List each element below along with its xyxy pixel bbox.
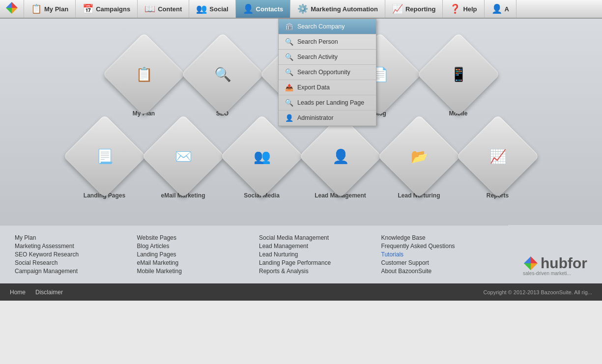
my-plan-icon: 📋 — [135, 66, 152, 82]
footer-link-blog-articles[interactable]: Blog Articles — [137, 243, 250, 250]
footer-link-lead-management[interactable]: Lead Management — [259, 243, 372, 250]
diamond-lead-management[interactable]: 👤 Lead Management — [306, 127, 375, 199]
my-plan-icon: 📋 — [31, 3, 42, 14]
diamond-social-media[interactable]: 👥 Social Media — [228, 127, 296, 199]
dropdown-item-search-opportunity[interactable]: 🔍Search Opportunity — [279, 65, 376, 80]
nav-item-campaigns[interactable]: 📅Campaigns — [76, 0, 138, 18]
svg-marker-2 — [12, 8, 18, 14]
diamond-shape-lead-management: 👤 — [299, 114, 382, 198]
nav-label-my-plan: My Plan — [44, 5, 68, 13]
dropdown-item-export-data[interactable]: 📤Export Data — [279, 80, 376, 95]
footer-link-mobile-marketing[interactable]: Mobile Marketing — [137, 268, 250, 275]
footer-link-lead-nurturing[interactable]: Lead Nurturing — [259, 251, 372, 258]
brand-logo-area: hubfor sales-driven marketi... — [508, 225, 602, 283]
footer-link-tutorials[interactable]: Tutorials — [381, 251, 494, 258]
reporting-icon: 📈 — [392, 3, 403, 14]
footer-link-social-media-management[interactable]: Social Media Management — [259, 234, 372, 241]
footer-link-knowledge-base[interactable]: Knowledge Base — [381, 234, 494, 241]
footer-link-email-marketing[interactable]: eMail Marketing — [137, 259, 250, 266]
diamond-shape-landing-pages: 📃 — [63, 114, 146, 198]
leads-landing-page-icon: 🔍 — [285, 99, 293, 107]
footer-link-reports-&-analysis[interactable]: Reports & Analysis — [259, 268, 372, 275]
nav-item-help[interactable]: ❓Help — [443, 0, 484, 18]
bottom-link-disclaimer[interactable]: Disclaimer — [35, 289, 63, 296]
search-company-icon: 🏛️ — [285, 23, 293, 30]
copyright: Copyright © 2012-2013 BazoonSuite. All r… — [483, 289, 592, 295]
diamond-email-marketing[interactable]: ✉️ eMail Marketing — [149, 127, 218, 199]
svg-marker-6 — [531, 256, 538, 263]
diamond-shape-lead-nurturing: 📂 — [377, 114, 461, 198]
diamond-reports[interactable]: 📈 Reports — [463, 127, 532, 199]
footer-links: My PlanMarketing AssessmentSEO Keyword R… — [0, 225, 508, 283]
footer-link-website-pages[interactable]: Website Pages — [137, 234, 250, 241]
nav-label-contacts: Contacts — [256, 5, 284, 13]
footer-link-marketing-assessment[interactable]: Marketing Assessment — [15, 243, 127, 250]
svg-marker-1 — [12, 2, 18, 8]
footer-link-landing-page-performance[interactable]: Landing Page Performance — [259, 259, 372, 266]
diamond-shape-social-media: 👥 — [220, 114, 304, 198]
diamond-shape-seo: 🔍 — [181, 32, 264, 116]
footer-section: My PlanMarketing AssessmentSEO Keyword R… — [0, 225, 602, 283]
administrator-icon: 👤 — [285, 114, 293, 122]
diamond-lead-nurturing[interactable]: 📂 Lead Nurturing — [385, 127, 454, 199]
svg-marker-8 — [524, 263, 531, 270]
reports-icon: 📈 — [489, 148, 506, 165]
brand-name: hubfor — [541, 255, 587, 272]
dropdown-label-leads-landing-page: Leads per Landing Page — [297, 99, 364, 106]
footer-link-landing-pages[interactable]: Landing Pages — [137, 251, 250, 258]
dropdown-label-search-company: Search Company — [297, 23, 345, 30]
nav-item-content[interactable]: 📖Content — [138, 0, 189, 18]
search-opportunity-icon: 🔍 — [285, 68, 293, 76]
footer-link-seo-keyword-research[interactable]: SEO Keyword Research — [15, 251, 127, 258]
dropdown-item-leads-landing-page[interactable]: 🔍Leads per Landing Page — [279, 95, 376, 111]
dropdown-item-search-activity[interactable]: 🔍Search Activity — [279, 50, 376, 65]
diamond-landing-pages[interactable]: 📃 Landing Pages — [70, 127, 139, 199]
site-logo[interactable] — [0, 0, 24, 18]
nav-item-marketing-automation[interactable]: ⚙️Marketing Automation — [290, 0, 385, 18]
footer-col3: Social Media ManagementLead ManagementLe… — [259, 234, 372, 275]
nav-label-reporting: Reporting — [405, 5, 435, 13]
lead-nurturing-icon: 📂 — [410, 148, 428, 165]
svg-marker-4 — [6, 2, 12, 8]
social-icon: 👥 — [196, 3, 207, 14]
footer-link-campaign-management[interactable]: Campaign Management — [15, 268, 127, 275]
nav-item-reporting[interactable]: 📈Reporting — [385, 0, 443, 18]
help-icon: ❓ — [450, 3, 460, 14]
export-data-icon: 📤 — [285, 84, 293, 91]
nav-label-account: A — [505, 5, 509, 13]
nav-label-campaigns: Campaigns — [96, 5, 130, 13]
footer-col1: My PlanMarketing AssessmentSEO Keyword R… — [15, 234, 127, 275]
navbar: 📋My Plan📅Campaigns📖Content👥Social👤Contac… — [0, 0, 602, 19]
dropdown-item-search-company[interactable]: 🏛️Search Company — [279, 19, 376, 34]
campaigns-icon: 📅 — [83, 3, 93, 14]
nav-item-contacts[interactable]: 👤Contacts — [236, 0, 291, 18]
nav-item-account[interactable]: 👤A — [485, 0, 516, 18]
diamond-shape-mobile: 📱 — [417, 32, 500, 116]
diamond-seo[interactable]: 🔍 SEO — [188, 45, 257, 117]
footer-link-my-plan[interactable]: My Plan — [15, 234, 127, 241]
footer-col2: Website PagesBlog ArticlesLanding Pagese… — [137, 234, 250, 275]
footer-link-customer-support[interactable]: Customer Support — [381, 259, 494, 266]
dropdown-item-administrator[interactable]: 👤Administrator — [279, 111, 376, 126]
dropdown-item-search-person[interactable]: 🔍Search Person — [279, 34, 376, 50]
nav-item-social[interactable]: 👥Social — [189, 0, 235, 18]
footer-link-frequently-asked-questions[interactable]: Frequently Asked Questions — [381, 243, 494, 250]
footer-link-social-research[interactable]: Social Research — [15, 259, 127, 266]
search-person-icon: 🔍 — [285, 38, 293, 46]
bottom-link-home[interactable]: Home — [10, 289, 26, 296]
social-media-icon: 👥 — [253, 148, 270, 165]
footer-link-about-bazoonsuite[interactable]: About BazoonSuite — [381, 268, 494, 275]
mobile-icon: 📱 — [450, 66, 467, 82]
content-icon: 📖 — [144, 3, 155, 14]
dropdown-label-export-data: Export Data — [297, 84, 330, 91]
contacts-icon: 👤 — [243, 3, 254, 14]
contacts-dropdown-menu: 🏛️Search Company🔍Search Person🔍Search Ac… — [278, 19, 376, 126]
diamond-shape-my-plan: 📋 — [102, 32, 186, 116]
nav-label-content: Content — [158, 5, 182, 13]
seo-icon: 🔍 — [214, 66, 231, 82]
nav-item-my-plan[interactable]: 📋My Plan — [24, 0, 76, 18]
diamond-mobile[interactable]: 📱 Mobile — [424, 45, 493, 117]
bottom-links: HomeDisclaimer — [10, 289, 63, 296]
diamond-my-plan[interactable]: 📋 My Plan — [110, 45, 178, 117]
bottom-bar: HomeDisclaimer Copyright © 2012-2013 Baz… — [0, 283, 602, 301]
